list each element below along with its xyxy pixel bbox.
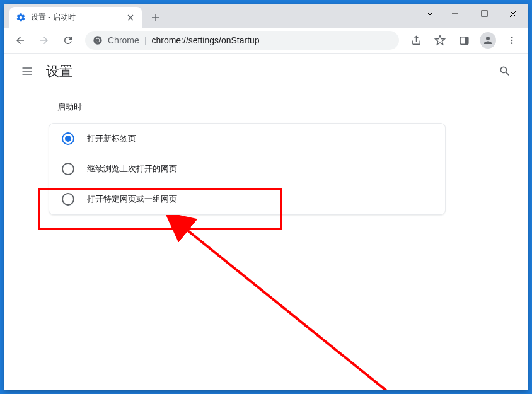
chrome-icon bbox=[93, 35, 103, 45]
chrome-menu-button[interactable] bbox=[501, 30, 523, 51]
svg-point-3 bbox=[96, 39, 100, 42]
radio-icon bbox=[62, 132, 74, 145]
browser-window: 设置 - 启动时 bbox=[4, 4, 528, 390]
svg-point-6 bbox=[511, 37, 513, 38]
chevron-down-icon[interactable] bbox=[419, 4, 441, 23]
option-specific-pages[interactable]: 打开特定网页或一组网页 bbox=[49, 184, 445, 214]
option-continue[interactable]: 继续浏览上次打开的网页 bbox=[49, 154, 445, 184]
side-panel-button[interactable] bbox=[453, 30, 475, 51]
radio-icon bbox=[62, 163, 74, 175]
settings-header: 设置 bbox=[4, 54, 528, 89]
svg-point-7 bbox=[511, 40, 513, 42]
minimize-button[interactable] bbox=[441, 4, 470, 23]
url-scheme: Chrome bbox=[108, 35, 139, 45]
url-separator: | bbox=[144, 35, 147, 45]
page-title: 设置 bbox=[46, 62, 72, 80]
section-title: 启动时 bbox=[57, 101, 528, 113]
option-label: 打开新标签页 bbox=[87, 133, 136, 144]
toolbar: Chrome | chrome://settings/onStartup bbox=[4, 28, 528, 54]
option-new-tab[interactable]: 打开新标签页 bbox=[49, 124, 445, 154]
tab-title: 设置 - 启动时 bbox=[31, 12, 120, 23]
close-window-button[interactable] bbox=[499, 4, 528, 23]
svg-line-9 bbox=[184, 228, 411, 390]
close-tab-button[interactable] bbox=[125, 13, 136, 23]
search-settings-button[interactable] bbox=[492, 59, 518, 84]
gear-icon bbox=[16, 13, 26, 23]
svg-rect-0 bbox=[482, 11, 487, 16]
avatar bbox=[480, 32, 496, 49]
bookmark-button[interactable] bbox=[429, 30, 451, 51]
back-button[interactable] bbox=[9, 30, 31, 51]
maximize-button[interactable] bbox=[470, 4, 499, 23]
titlebar: 设置 - 启动时 bbox=[4, 4, 528, 28]
browser-tab[interactable]: 设置 - 启动时 bbox=[9, 7, 142, 28]
reload-button[interactable] bbox=[57, 30, 79, 51]
url-path: chrome://settings/onStartup bbox=[151, 35, 259, 45]
profile-button[interactable] bbox=[477, 30, 499, 51]
startup-options-card: 打开新标签页 继续浏览上次打开的网页 打开特定网页或一组网页 bbox=[49, 123, 446, 215]
settings-body: 启动时 打开新标签页 继续浏览上次打开的网页 打开特定网页或一组网页 bbox=[4, 89, 528, 215]
hamburger-menu-button[interactable] bbox=[14, 59, 40, 84]
address-bar[interactable]: Chrome | chrome://settings/onStartup bbox=[85, 31, 399, 50]
svg-rect-5 bbox=[465, 37, 468, 43]
annotation-arrow bbox=[162, 215, 446, 390]
option-label: 继续浏览上次打开的网页 bbox=[87, 163, 177, 175]
content-area: 设置 启动时 打开新标签页 继续浏览上次打开的网页 打开特定网页或一组网页 bbox=[4, 54, 528, 390]
window-controls bbox=[419, 4, 528, 23]
option-label: 打开特定网页或一组网页 bbox=[87, 194, 177, 205]
forward-button bbox=[33, 30, 55, 51]
share-button[interactable] bbox=[405, 30, 427, 51]
new-tab-button[interactable] bbox=[147, 9, 165, 26]
svg-point-8 bbox=[511, 42, 513, 44]
radio-icon bbox=[62, 193, 74, 206]
